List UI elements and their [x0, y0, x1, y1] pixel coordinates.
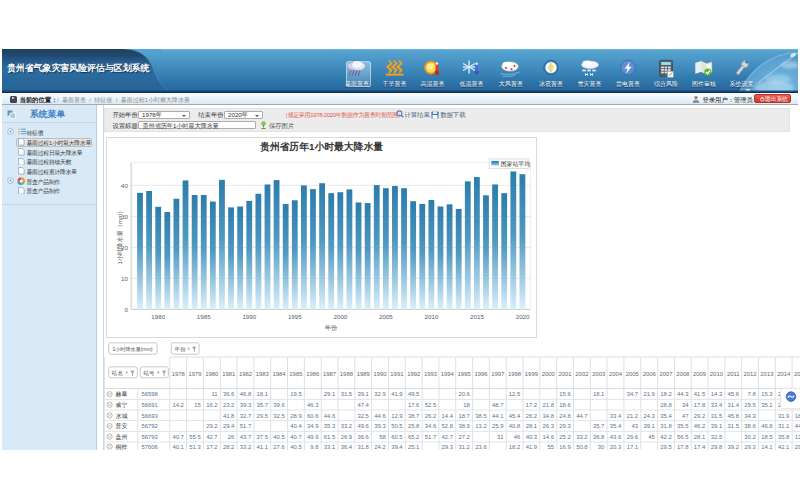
- svg-text:32.5: 32.5: [357, 413, 369, 419]
- svg-text:20.6: 20.6: [458, 391, 470, 397]
- svg-text:2007: 2007: [659, 371, 672, 377]
- svg-text:28.9: 28.9: [290, 413, 301, 419]
- svg-text:52.8: 52.8: [442, 423, 454, 429]
- svg-text:2009: 2009: [693, 371, 706, 377]
- svg-text:19.5: 19.5: [290, 391, 302, 397]
- svg-text:41.9: 41.9: [391, 391, 402, 397]
- svg-text:29.3: 29.3: [442, 444, 454, 450]
- svg-text:31.8: 31.8: [660, 423, 672, 429]
- svg-text:42.2: 42.2: [660, 434, 671, 440]
- svg-text:40.7: 40.7: [172, 434, 183, 440]
- svg-text:40.8: 40.8: [509, 423, 521, 429]
- svg-text:27.6: 27.6: [273, 444, 285, 450]
- svg-text:41.9: 41.9: [526, 444, 537, 450]
- svg-text:18.3: 18.3: [795, 413, 800, 419]
- svg-text:56793: 56793: [142, 434, 159, 440]
- svg-text:25.2: 25.2: [559, 434, 570, 440]
- svg-text:年份: 年份: [175, 346, 187, 353]
- svg-text:2005: 2005: [626, 371, 640, 377]
- svg-text:34.6: 34.6: [425, 423, 437, 429]
- svg-text:29.5: 29.5: [257, 413, 269, 419]
- svg-text:1983: 1983: [256, 371, 270, 377]
- svg-text:39.3: 39.3: [240, 402, 252, 408]
- svg-text:0: 0: [125, 305, 129, 312]
- svg-text:14.1: 14.1: [761, 444, 772, 450]
- svg-text:50.8: 50.8: [576, 444, 588, 450]
- svg-text:43: 43: [632, 423, 639, 429]
- svg-text:45: 45: [648, 434, 655, 440]
- svg-text:14.4: 14.4: [442, 413, 454, 419]
- svg-text:1997: 1997: [491, 371, 504, 377]
- svg-text:17.2: 17.2: [206, 444, 217, 450]
- svg-text:18.2: 18.2: [509, 444, 520, 450]
- svg-text:36.6: 36.6: [223, 391, 235, 397]
- svg-text:1985: 1985: [197, 313, 211, 320]
- svg-text:45.6: 45.6: [728, 391, 740, 397]
- svg-text:31.8: 31.8: [357, 444, 369, 450]
- svg-text:15.3: 15.3: [761, 391, 773, 397]
- svg-text:15.6: 15.6: [559, 391, 571, 397]
- svg-text:42.7: 42.7: [442, 434, 453, 440]
- svg-text:18.1: 18.1: [593, 391, 604, 397]
- svg-text:16.9: 16.9: [559, 444, 570, 450]
- svg-text:17.8: 17.8: [694, 402, 706, 408]
- svg-text:48.7: 48.7: [492, 402, 503, 408]
- svg-text:55: 55: [547, 444, 554, 450]
- svg-text:17.8: 17.8: [677, 444, 689, 450]
- svg-text:31.2: 31.2: [458, 444, 469, 450]
- svg-text:31.9: 31.9: [778, 413, 789, 419]
- svg-text:20.3: 20.3: [610, 444, 622, 450]
- svg-text:33.4: 33.4: [711, 402, 723, 408]
- svg-text:29.1: 29.1: [324, 391, 335, 397]
- svg-text:9.8: 9.8: [310, 444, 319, 450]
- svg-text:29.2: 29.2: [206, 423, 217, 429]
- svg-text:1992: 1992: [407, 371, 420, 377]
- svg-text:26.2: 26.2: [526, 413, 537, 419]
- svg-text:水城: 水城: [116, 413, 128, 419]
- svg-text:51.3: 51.3: [189, 444, 201, 450]
- svg-text:36.8: 36.8: [593, 434, 605, 440]
- svg-text:18.7: 18.7: [458, 413, 469, 419]
- svg-text:52.5: 52.5: [425, 402, 437, 408]
- svg-text:盘州: 盘州: [116, 434, 128, 440]
- svg-text:10: 10: [122, 274, 129, 281]
- svg-text:44.3: 44.3: [795, 423, 800, 429]
- svg-text:1996: 1996: [474, 371, 488, 377]
- svg-text:1985: 1985: [289, 371, 303, 377]
- svg-text:25.8: 25.8: [408, 423, 420, 429]
- svg-text:2008: 2008: [676, 371, 690, 377]
- svg-text:56691: 56691: [142, 402, 158, 408]
- svg-text:46.2: 46.2: [694, 423, 705, 429]
- svg-text:40: 40: [122, 181, 129, 188]
- svg-text:34: 34: [682, 402, 689, 408]
- svg-text:61.5: 61.5: [324, 434, 336, 440]
- svg-text:2010: 2010: [425, 313, 439, 320]
- svg-text:60.5: 60.5: [391, 434, 403, 440]
- svg-text:28.1: 28.1: [526, 423, 537, 429]
- svg-text:30: 30: [598, 444, 605, 450]
- svg-text:18.5: 18.5: [761, 434, 773, 440]
- svg-text:2012: 2012: [744, 371, 757, 377]
- svg-text:31.5: 31.5: [711, 413, 723, 419]
- svg-text:39.1: 39.1: [357, 391, 368, 397]
- svg-text:40.3: 40.3: [526, 434, 538, 440]
- svg-text:2000: 2000: [334, 313, 348, 320]
- svg-text:年份: 年份: [325, 323, 338, 331]
- svg-text:56792: 56792: [142, 423, 158, 429]
- svg-text:47.4: 47.4: [357, 402, 369, 408]
- svg-text:1980: 1980: [152, 313, 166, 320]
- svg-text:18.2: 18.2: [660, 391, 671, 397]
- svg-text:36.4: 36.4: [341, 444, 353, 450]
- svg-text:40.1: 40.1: [172, 444, 183, 450]
- svg-text:41.8: 41.8: [223, 413, 235, 419]
- svg-text:29.6: 29.6: [627, 434, 639, 440]
- svg-text:威宁: 威宁: [116, 402, 128, 408]
- svg-text:43.7: 43.7: [240, 434, 251, 440]
- svg-text:15: 15: [194, 402, 201, 408]
- svg-text:2011: 2011: [727, 371, 740, 377]
- svg-text:31.4: 31.4: [728, 402, 740, 408]
- svg-text:32.9: 32.9: [374, 391, 385, 397]
- svg-text:2001: 2001: [559, 371, 572, 377]
- svg-text:1988: 1988: [340, 371, 354, 377]
- svg-text:25.1: 25.1: [408, 444, 419, 450]
